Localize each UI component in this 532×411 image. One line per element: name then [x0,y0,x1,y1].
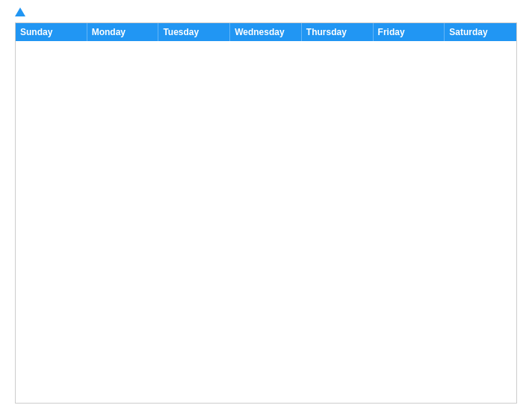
header [15,7,517,16]
logo [15,7,27,16]
day-header-tuesday: Tuesday [158,23,230,41]
day-header-wednesday: Wednesday [230,23,302,41]
day-header-saturday: Saturday [445,23,516,41]
day-header-monday: Monday [87,23,159,41]
day-header-sunday: Sunday [16,23,87,41]
logo-triangle-icon [15,7,25,16]
weeks-container [16,41,516,403]
page: SundayMondayTuesdayWednesdayThursdayFrid… [0,0,532,411]
days-header: SundayMondayTuesdayWednesdayThursdayFrid… [16,23,516,41]
day-header-friday: Friday [374,23,445,41]
logo-blue-text [15,7,27,16]
calendar: SundayMondayTuesdayWednesdayThursdayFrid… [15,22,517,404]
day-header-thursday: Thursday [302,23,374,41]
